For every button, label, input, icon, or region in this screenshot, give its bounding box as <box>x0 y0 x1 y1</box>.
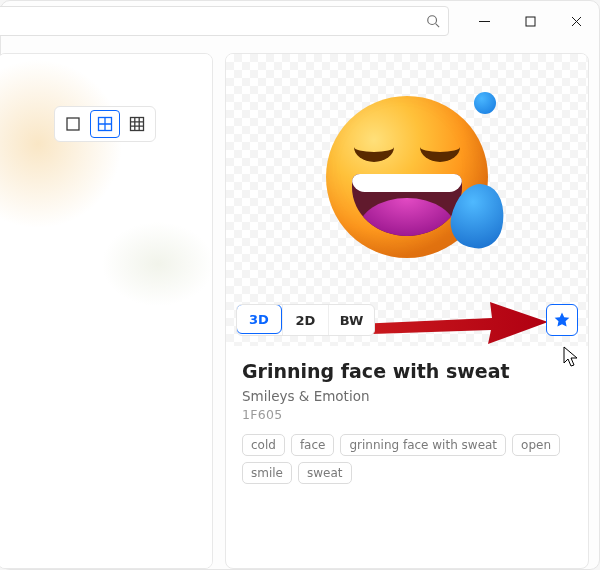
tag-item[interactable]: face <box>291 434 335 456</box>
tag-item[interactable]: grinning face with sweat <box>340 434 506 456</box>
detail-panel: 3D 2D BW Grinning face with s <box>225 53 589 569</box>
cursor-icon <box>562 346 582 368</box>
variant-3d[interactable]: 3D <box>236 304 282 334</box>
favorite-button[interactable] <box>546 304 578 336</box>
app-window: 3D 2D BW Grinning face with s <box>0 0 600 570</box>
emoji-meta: Grinning face with sweat Smileys & Emoti… <box>226 346 588 494</box>
grid-2x2-icon <box>97 116 113 132</box>
grid-size-nine[interactable] <box>122 110 152 138</box>
tag-item[interactable]: smile <box>242 462 292 484</box>
square-icon <box>65 116 81 132</box>
emoji-graphic <box>326 96 488 258</box>
svg-point-4 <box>428 16 437 25</box>
search-box[interactable] <box>0 6 449 36</box>
variant-bw[interactable]: BW <box>328 305 374 335</box>
variant-2d[interactable]: 2D <box>282 305 328 335</box>
maximize-button[interactable] <box>507 1 553 41</box>
variant-row: 3D 2D BW <box>236 304 578 336</box>
emoji-category: Smileys & Emotion <box>242 388 572 404</box>
emoji-codepoint: 1F605 <box>242 407 572 422</box>
grid-size-single[interactable] <box>58 110 88 138</box>
emoji-title: Grinning face with sweat <box>242 360 572 382</box>
grid-size-four[interactable] <box>90 110 120 138</box>
minimize-button[interactable] <box>461 1 507 41</box>
grid-size-toggle <box>54 106 156 142</box>
tag-item[interactable]: sweat <box>298 462 352 484</box>
tag-item[interactable]: open <box>512 434 560 456</box>
star-icon <box>553 311 571 329</box>
tag-list: cold face grinning face with sweat open … <box>242 434 572 484</box>
content-columns: 3D 2D BW Grinning face with s <box>1 53 589 569</box>
search-input[interactable] <box>0 14 426 29</box>
close-icon <box>571 16 582 27</box>
svg-line-5 <box>436 24 440 28</box>
svg-rect-1 <box>526 17 535 26</box>
grid-panel <box>0 53 213 569</box>
grid-3x3-icon <box>129 116 145 132</box>
search-icon <box>426 14 440 28</box>
maximize-icon <box>525 16 536 27</box>
close-button[interactable] <box>553 1 599 41</box>
emoji-preview: 3D 2D BW <box>226 54 588 346</box>
variant-toggle: 3D 2D BW <box>236 304 375 336</box>
search-row <box>1 1 449 41</box>
svg-rect-10 <box>131 118 144 131</box>
svg-rect-6 <box>67 118 79 130</box>
minimize-icon <box>479 16 490 27</box>
titlebar <box>461 1 599 41</box>
tag-item[interactable]: cold <box>242 434 285 456</box>
